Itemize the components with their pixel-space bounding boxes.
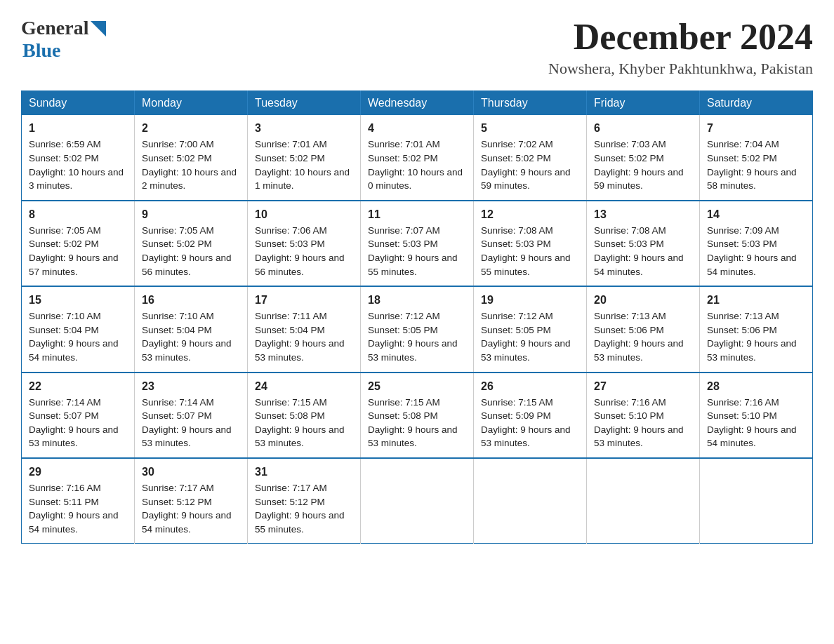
day-number: 1 xyxy=(29,120,127,136)
logo-top: General xyxy=(21,17,106,39)
sunset-label: Sunset: 5:03 PM xyxy=(594,239,664,249)
calendar-cell: 14Sunrise: 7:09 AMSunset: 5:03 PMDayligh… xyxy=(700,201,813,286)
daylight-label: Daylight: 10 hours and 2 minutes. xyxy=(142,167,237,192)
sunrise-label: Sunrise: 7:16 AM xyxy=(594,397,666,408)
logo-arrow-icon xyxy=(91,21,106,36)
daylight-label: Daylight: 10 hours and 3 minutes. xyxy=(29,167,124,192)
sunset-label: Sunset: 5:02 PM xyxy=(594,153,664,163)
day-number: 7 xyxy=(707,120,805,136)
calendar-cell xyxy=(361,458,474,544)
day-number: 31 xyxy=(255,464,353,480)
calendar-cell: 15Sunrise: 7:10 AMSunset: 5:04 PMDayligh… xyxy=(22,286,135,372)
day-number: 6 xyxy=(594,120,692,136)
daylight-label: Daylight: 9 hours and 53 minutes. xyxy=(481,424,571,449)
calendar-cell: 25Sunrise: 7:15 AMSunset: 5:08 PMDayligh… xyxy=(361,373,474,458)
sunset-label: Sunset: 5:04 PM xyxy=(29,325,99,335)
calendar-cell: 28Sunrise: 7:16 AMSunset: 5:10 PMDayligh… xyxy=(700,373,813,458)
sunset-label: Sunset: 5:04 PM xyxy=(142,325,212,335)
sunset-label: Sunset: 5:03 PM xyxy=(255,239,325,249)
sunset-label: Sunset: 5:02 PM xyxy=(142,239,212,249)
calendar-cell: 29Sunrise: 7:16 AMSunset: 5:11 PMDayligh… xyxy=(22,458,135,544)
calendar-week-row: 29Sunrise: 7:16 AMSunset: 5:11 PMDayligh… xyxy=(22,458,813,544)
day-number: 23 xyxy=(142,378,240,394)
daylight-label: Daylight: 9 hours and 53 minutes. xyxy=(255,424,345,449)
calendar-table: SundayMondayTuesdayWednesdayThursdayFrid… xyxy=(21,90,813,544)
sunrise-label: Sunrise: 7:05 AM xyxy=(142,225,214,236)
sunrise-label: Sunrise: 7:16 AM xyxy=(29,483,101,493)
day-number: 19 xyxy=(481,292,579,308)
daylight-label: Daylight: 9 hours and 55 minutes. xyxy=(255,510,345,535)
weekday-header-row: SundayMondayTuesdayWednesdayThursdayFrid… xyxy=(22,91,813,116)
daylight-label: Daylight: 9 hours and 56 minutes. xyxy=(142,253,232,277)
calendar-cell xyxy=(587,458,700,544)
day-number: 24 xyxy=(255,378,353,394)
sunrise-label: Sunrise: 7:00 AM xyxy=(142,139,214,149)
calendar-cell: 9Sunrise: 7:05 AMSunset: 5:02 PMDaylight… xyxy=(135,201,248,286)
sunrise-label: Sunrise: 7:03 AM xyxy=(594,139,666,149)
day-number: 13 xyxy=(594,206,692,222)
sunrise-label: Sunrise: 7:07 AM xyxy=(368,225,440,236)
calendar-cell: 21Sunrise: 7:13 AMSunset: 5:06 PMDayligh… xyxy=(700,286,813,372)
calendar-cell: 1Sunrise: 6:59 AMSunset: 5:02 PMDaylight… xyxy=(22,115,135,200)
daylight-label: Daylight: 9 hours and 54 minutes. xyxy=(707,424,797,449)
calendar-cell: 7Sunrise: 7:04 AMSunset: 5:02 PMDaylight… xyxy=(700,115,813,200)
sunset-label: Sunset: 5:03 PM xyxy=(481,239,551,249)
day-number: 9 xyxy=(142,206,240,222)
calendar-cell: 8Sunrise: 7:05 AMSunset: 5:02 PMDaylight… xyxy=(22,201,135,286)
day-number: 25 xyxy=(368,378,466,394)
daylight-label: Daylight: 9 hours and 53 minutes. xyxy=(707,338,797,363)
daylight-label: Daylight: 9 hours and 53 minutes. xyxy=(368,424,458,449)
calendar-week-row: 15Sunrise: 7:10 AMSunset: 5:04 PMDayligh… xyxy=(22,286,813,372)
sunset-label: Sunset: 5:12 PM xyxy=(142,497,212,507)
day-number: 3 xyxy=(255,120,353,136)
daylight-label: Daylight: 9 hours and 57 minutes. xyxy=(29,253,119,277)
calendar-cell: 18Sunrise: 7:12 AMSunset: 5:05 PMDayligh… xyxy=(361,286,474,372)
sunset-label: Sunset: 5:10 PM xyxy=(594,410,664,421)
sunrise-label: Sunrise: 7:15 AM xyxy=(368,397,440,408)
calendar-cell: 23Sunrise: 7:14 AMSunset: 5:07 PMDayligh… xyxy=(135,373,248,458)
sunset-label: Sunset: 5:10 PM xyxy=(707,410,777,421)
sunset-label: Sunset: 5:06 PM xyxy=(594,325,664,335)
calendar-cell: 16Sunrise: 7:10 AMSunset: 5:04 PMDayligh… xyxy=(135,286,248,372)
sunrise-label: Sunrise: 7:14 AM xyxy=(142,397,214,408)
day-number: 22 xyxy=(29,378,127,394)
sunrise-label: Sunrise: 7:09 AM xyxy=(707,225,779,236)
sunrise-label: Sunrise: 7:01 AM xyxy=(255,139,327,149)
sunset-label: Sunset: 5:06 PM xyxy=(707,325,777,335)
calendar-week-row: 22Sunrise: 7:14 AMSunset: 5:07 PMDayligh… xyxy=(22,373,813,458)
sunset-label: Sunset: 5:02 PM xyxy=(368,153,438,163)
sunrise-label: Sunrise: 7:12 AM xyxy=(481,311,553,321)
calendar-cell: 11Sunrise: 7:07 AMSunset: 5:03 PMDayligh… xyxy=(361,201,474,286)
daylight-label: Daylight: 9 hours and 59 minutes. xyxy=(481,167,571,192)
calendar-cell: 5Sunrise: 7:02 AMSunset: 5:02 PMDaylight… xyxy=(474,115,587,200)
sunset-label: Sunset: 5:07 PM xyxy=(142,410,212,421)
calendar-cell: 19Sunrise: 7:12 AMSunset: 5:05 PMDayligh… xyxy=(474,286,587,372)
calendar-week-row: 8Sunrise: 7:05 AMSunset: 5:02 PMDaylight… xyxy=(22,201,813,286)
sunset-label: Sunset: 5:08 PM xyxy=(368,410,438,421)
daylight-label: Daylight: 9 hours and 53 minutes. xyxy=(255,338,345,363)
sunrise-label: Sunrise: 7:10 AM xyxy=(142,311,214,321)
sunrise-label: Sunrise: 7:14 AM xyxy=(29,397,101,408)
sunrise-label: Sunrise: 7:10 AM xyxy=(29,311,101,321)
sunrise-label: Sunrise: 7:01 AM xyxy=(368,139,440,149)
weekday-header-friday: Friday xyxy=(587,91,700,116)
weekday-header-tuesday: Tuesday xyxy=(248,91,361,116)
daylight-label: Daylight: 9 hours and 56 minutes. xyxy=(255,253,345,277)
daylight-label: Daylight: 9 hours and 54 minutes. xyxy=(29,510,119,535)
weekday-header-thursday: Thursday xyxy=(474,91,587,116)
calendar-cell: 4Sunrise: 7:01 AMSunset: 5:02 PMDaylight… xyxy=(361,115,474,200)
day-number: 12 xyxy=(481,206,579,222)
calendar-cell: 27Sunrise: 7:16 AMSunset: 5:10 PMDayligh… xyxy=(587,373,700,458)
day-number: 10 xyxy=(255,206,353,222)
day-number: 27 xyxy=(594,378,692,394)
sunset-label: Sunset: 5:12 PM xyxy=(255,497,325,507)
sunset-label: Sunset: 5:02 PM xyxy=(707,153,777,163)
daylight-label: Daylight: 9 hours and 53 minutes. xyxy=(481,338,571,363)
daylight-label: Daylight: 9 hours and 58 minutes. xyxy=(707,167,797,192)
daylight-label: Daylight: 9 hours and 55 minutes. xyxy=(481,253,571,277)
svg-marker-0 xyxy=(91,21,106,36)
calendar-cell: 3Sunrise: 7:01 AMSunset: 5:02 PMDaylight… xyxy=(248,115,361,200)
sunset-label: Sunset: 5:08 PM xyxy=(255,410,325,421)
sunset-label: Sunset: 5:03 PM xyxy=(368,239,438,249)
sunset-label: Sunset: 5:09 PM xyxy=(481,410,551,421)
